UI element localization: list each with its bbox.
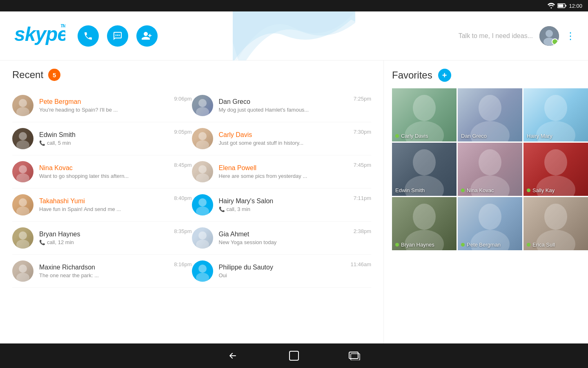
favorites-title: Favorites <box>392 70 432 81</box>
avatar-face <box>192 227 213 249</box>
svg-point-48 <box>413 95 436 121</box>
contact-name: Takahashi Yumi <box>39 197 168 205</box>
header-left: skype TM <box>12 22 158 49</box>
favorite-item[interactable]: Nina Kovac <box>458 143 522 196</box>
contact-time: 7:11pm <box>354 195 371 201</box>
svg-point-51 <box>479 95 501 121</box>
favorite-item[interactable]: Sally Kay <box>523 143 588 196</box>
online-indicator <box>527 243 530 247</box>
contact-name: Hairy Mary's Salon <box>219 197 348 205</box>
avatar-face <box>192 161 213 182</box>
favorite-label: Bryan Haynes <box>395 242 434 248</box>
online-indicator <box>461 188 465 192</box>
wifi-icon <box>548 3 555 9</box>
header-decoration <box>233 11 355 61</box>
favorite-label: Sally Kay <box>527 187 555 193</box>
svg-point-72 <box>544 204 567 230</box>
online-indicator <box>395 134 399 138</box>
user-avatar[interactable] <box>539 26 559 46</box>
recent-grid: Pete Bergman You're heading to Spain? I'… <box>12 89 371 288</box>
favorite-item[interactable]: Bryan Haynes <box>392 197 457 250</box>
favorite-name: Nina Kovac <box>467 187 494 193</box>
favorite-label: Hairy Mary <box>527 133 552 139</box>
contact-item[interactable]: Carly Davis Just got some great stuff in… <box>192 122 372 155</box>
recents-button[interactable] <box>348 351 361 360</box>
svg-point-54 <box>544 95 567 121</box>
contact-time: 8:35pm <box>174 228 192 234</box>
favorites-header: Favorites + <box>392 69 588 82</box>
call-indicator-icon: 📞 <box>39 140 45 146</box>
avatar-face <box>12 194 33 215</box>
message-button[interactable] <box>107 25 128 47</box>
favorite-item[interactable]: Erica Sull <box>523 197 588 250</box>
favorite-label: Erica Sull <box>527 242 555 248</box>
favorite-item[interactable]: Hairy Mary <box>523 88 588 141</box>
contact-item[interactable]: Edwin Smith 📞call, 5 min 9:05pm <box>12 122 192 155</box>
contact-info: Pete Bergman You're heading to Spain? I'… <box>39 98 168 113</box>
contact-avatar <box>192 227 213 249</box>
contact-info: Carly Davis Just got some great stuff in… <box>219 131 348 146</box>
contact-item[interactable]: Hairy Mary's Salon 📞call, 3 min 7:11pm <box>192 188 372 222</box>
contact-info: Maxine Richardson The one near the park:… <box>39 264 168 278</box>
recent-panel: Recent 5 Pete Bergman You're heading to … <box>0 61 384 343</box>
recent-title: Recent <box>12 69 43 81</box>
status-time: 12:00 <box>569 3 582 9</box>
contact-item[interactable]: Gia Ahmet New Yoga session today 2:38pm <box>192 222 372 255</box>
contact-name: Nina Kovac <box>39 164 168 172</box>
contact-avatar <box>192 161 213 182</box>
avatar-face <box>12 161 33 182</box>
favorite-item[interactable]: Dan Greco <box>458 88 522 141</box>
online-indicator <box>461 243 465 247</box>
avatar-face <box>12 260 33 282</box>
more-options-button[interactable]: ⋮ <box>566 30 576 42</box>
avatar-face <box>12 95 33 116</box>
add-favorite-button[interactable]: + <box>438 69 451 82</box>
back-button[interactable] <box>227 351 240 361</box>
favorite-item[interactable]: Carly Davis <box>392 88 457 141</box>
contact-item[interactable]: Takahashi Yumi Have fun in Spain! And se… <box>12 188 192 222</box>
contact-time: 7:25pm <box>354 96 371 102</box>
call-button[interactable] <box>78 25 99 47</box>
svg-point-6 <box>117 34 118 36</box>
contact-preview: Here are some pics from yesterday ... <box>219 173 348 179</box>
contact-name: Philippe du Sautoy <box>219 264 345 271</box>
battery-icon <box>557 3 566 8</box>
favorite-name: Erica Sull <box>532 242 555 248</box>
search-placeholder[interactable]: Talk to me, I need ideas... <box>459 32 533 40</box>
contact-item[interactable]: Maxine Richardson The one near the park:… <box>12 255 192 288</box>
favorite-item[interactable]: Pete Bergman <box>458 197 522 250</box>
add-contact-button[interactable] <box>136 25 158 47</box>
favorite-item[interactable]: Edwin Smith <box>392 143 457 196</box>
svg-point-9 <box>546 30 553 37</box>
contact-preview: Oui <box>219 272 345 278</box>
home-icon <box>289 350 299 361</box>
contact-item[interactable]: Philippe du Sautoy Oui 11:46am <box>192 255 372 288</box>
contact-item[interactable]: Bryan Haynes 📞call, 12 min 8:35pm <box>12 222 192 255</box>
contact-name: Edwin Smith <box>39 131 168 139</box>
contact-item[interactable]: Elena Powell Here are some pics from yes… <box>192 155 372 188</box>
favorite-label: Carly Davis <box>395 133 428 139</box>
contact-preview: New Yoga session today <box>219 239 348 245</box>
contact-avatar <box>12 161 33 182</box>
svg-point-63 <box>544 149 567 175</box>
favorite-label: Edwin Smith <box>395 187 425 193</box>
contact-item[interactable]: Dan Greco My dog just quoted Hamlet's fa… <box>192 89 372 122</box>
contact-time: 8:16pm <box>174 261 192 267</box>
favorite-name: Hairy Mary <box>527 133 552 139</box>
contact-avatar <box>12 128 33 149</box>
home-button[interactable] <box>289 350 299 361</box>
contact-item[interactable]: Nina Kovac Want to go shopping later thi… <box>12 155 192 188</box>
favorite-label: Pete Bergman <box>461 242 501 248</box>
svg-text:TM: TM <box>60 24 65 28</box>
add-person-icon <box>142 31 152 40</box>
contact-info: Bryan Haynes 📞call, 12 min <box>39 231 168 245</box>
svg-point-5 <box>116 34 117 36</box>
main-content: Recent 5 Pete Bergman You're heading to … <box>0 61 588 343</box>
svg-point-45 <box>198 265 207 273</box>
contact-item[interactable]: Pete Bergman You're heading to Spain? I'… <box>12 89 192 122</box>
contact-preview: Just got some great stuff in history... <box>219 140 348 146</box>
contact-time: 9:06pm <box>174 96 192 102</box>
contact-preview: 📞call, 3 min <box>219 206 348 212</box>
contact-info: Philippe du Sautoy Oui <box>219 264 345 278</box>
favorite-name: Edwin Smith <box>395 187 425 193</box>
